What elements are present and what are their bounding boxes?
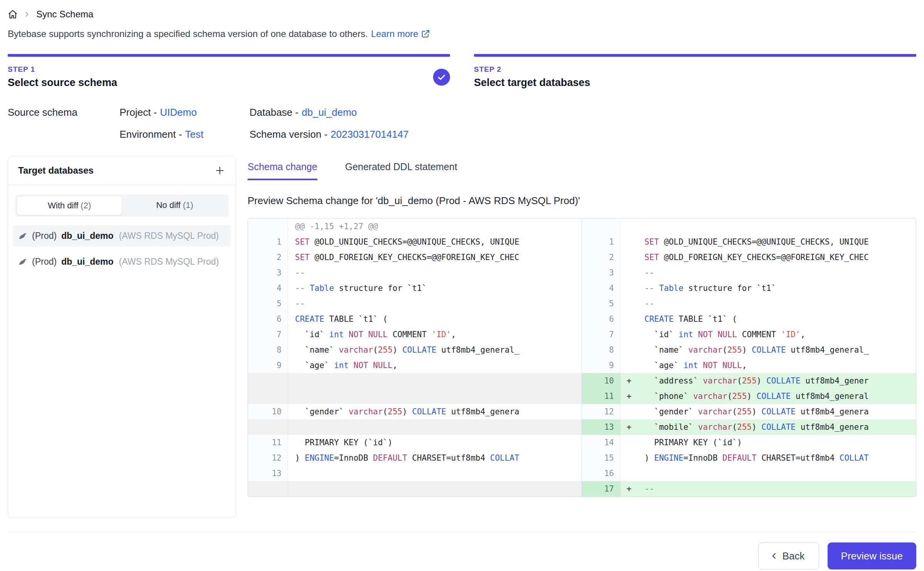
line-number: 2 (248, 250, 288, 265)
chevron-left-icon (769, 551, 779, 561)
tab-no-diff-label: No diff (156, 200, 180, 210)
diff-row: 13+ `mobile` varchar(255) COLLATE utf8mb… (248, 419, 916, 435)
diff-half-r: 2SET @OLD_FOREIGN_KEY_CHECKS=@@FOREIGN_K… (582, 250, 916, 265)
tab-with-diff-label: With diff (48, 201, 78, 210)
stepper: STEP 1 Select source schema STEP 2 Selec… (8, 54, 916, 89)
line-number: 9 (582, 358, 620, 373)
diff-half-l: 10 `gender` varchar(255) COLLATE utf8mb4… (248, 404, 582, 419)
line-number: 16 (582, 466, 620, 481)
diff-filter-tabs: With diff(2) No diff(1) (15, 194, 229, 217)
environment-link[interactable]: Test (185, 128, 204, 140)
step-1-progress-bar (8, 54, 450, 57)
line-number: 17 (582, 481, 620, 497)
diff-add-marker (620, 466, 637, 481)
database-link[interactable]: db_ui_demo (302, 106, 357, 118)
preview-issue-button[interactable]: Preview issue (828, 542, 916, 569)
target-databases-header: Target databases (8, 156, 236, 185)
mysql-engine-icon (18, 231, 28, 241)
diff-half-r: 16 (582, 466, 916, 481)
line-number: 15 (582, 450, 620, 466)
tab-generated-ddl[interactable]: Generated DDL statement (345, 161, 457, 180)
schema-preview-section: Schema change Generated DDL statement Pr… (248, 156, 916, 518)
add-target-database-button[interactable] (214, 165, 226, 176)
code-line (288, 389, 582, 404)
project-link[interactable]: UIDemo (160, 106, 197, 118)
learn-more-label: Learn more (371, 29, 418, 39)
diff-add-marker (620, 234, 637, 250)
diff-row: 1SET @OLD_UNIQUE_CHECKS=@@UNIQUE_CHECKS,… (248, 234, 916, 250)
target-database-item[interactable]: (Prod) db_ui_demo (AWS RDS MySQL Prod) (13, 225, 231, 247)
diff-half-r: 6CREATE TABLE `t1` ( (582, 311, 916, 327)
line-number: 3 (582, 265, 620, 280)
line-number: 7 (248, 327, 288, 342)
target-database-item[interactable]: (Prod) db_ui_demo (AWS RDS MySQL Prod) (13, 251, 231, 272)
environment-label: Environment - (120, 128, 182, 140)
line-number: 11 (248, 435, 288, 450)
code-line: `name` varchar(255) COLLATE utf8mb4_gene… (288, 342, 582, 358)
home-icon[interactable] (8, 9, 18, 19)
diff-half-l: 9 `age` int NOT NULL, (248, 358, 582, 373)
diff-half-r: 7 `id` int NOT NULL COMMENT 'ID', (582, 327, 916, 342)
diff-half-l: 7 `id` int NOT NULL COMMENT 'ID', (248, 327, 582, 342)
line-number: 12 (582, 404, 620, 419)
tab-no-diff-count: (1) (183, 200, 193, 210)
tab-with-diff-count: (2) (81, 201, 91, 210)
diff-half-r: 17+-- (582, 481, 916, 497)
line-number (248, 373, 288, 389)
preview-title: Preview Schema change for 'db_ui_demo (P… (248, 195, 916, 207)
diff-add-marker: + (620, 481, 637, 497)
source-schema-summary: Source schema Project -UIDemo Database -… (8, 106, 916, 140)
external-link-icon (421, 29, 430, 39)
breadcrumb-chevron-icon (23, 10, 31, 18)
diff-add-marker: + (620, 389, 637, 404)
back-button[interactable]: Back (758, 542, 819, 569)
learn-more-link[interactable]: Learn more (371, 29, 430, 39)
diff-add-marker (620, 265, 637, 280)
diff-add-marker (620, 342, 637, 358)
diff-half-r: 4-- Table structure for `t1` (582, 280, 916, 296)
target-databases-panel: Target databases With diff(2) No diff(1)… (8, 156, 236, 518)
tab-with-diff[interactable]: With diff(2) (17, 196, 122, 215)
line-number: 2 (582, 250, 620, 265)
diff-row: 5--5-- (248, 296, 916, 311)
code-line (288, 481, 582, 497)
diff-half-r: 3-- (582, 265, 916, 280)
diff-row: 2SET @OLD_FOREIGN_KEY_CHECKS=@@FOREIGN_K… (248, 250, 916, 265)
step-2-title: Select target databases (474, 77, 590, 89)
diff-row: 8 `name` varchar(255) COLLATE utf8mb4_ge… (248, 342, 916, 358)
step-2: STEP 2 Select target databases (474, 54, 916, 89)
code-line: ) ENGINE=InnoDB DEFAULT CHARSET=utf8mb4 … (637, 450, 916, 466)
code-line: -- Table structure for `t1` (637, 280, 916, 296)
step-2-label: STEP 2 (474, 65, 590, 74)
source-schema-version: Schema version -20230317014147 (250, 128, 916, 140)
sync-schema-page: Sync Schema Bytebase supports synchroniz… (0, 0, 924, 571)
line-number: 4 (248, 280, 288, 296)
diff-half-l: @@ -1,15 +1,27 @@ (248, 219, 582, 234)
diff-row: 10+ `address` varchar(255) COLLATE utf8m… (248, 373, 916, 389)
diff-add-marker (620, 219, 637, 234)
schema-diff-viewer: @@ -1,15 +1,27 @@1SET @OLD_UNIQUE_CHECKS… (248, 218, 916, 497)
diff-row: 11 PRIMARY KEY (`id`)14 PRIMARY KEY (`id… (248, 435, 916, 450)
code-line: PRIMARY KEY (`id`) (637, 435, 916, 450)
diff-row: 1316 (248, 466, 916, 481)
code-line: `gender` varchar(255) COLLATE utf8mb4_ge… (288, 404, 582, 419)
diff-half-l: 1SET @OLD_UNIQUE_CHECKS=@@UNIQUE_CHECKS,… (248, 234, 582, 250)
diff-add-marker (620, 358, 637, 373)
tab-schema-change[interactable]: Schema change (248, 161, 317, 180)
diff-add-marker (620, 296, 637, 311)
diff-half-l: 3-- (248, 265, 582, 280)
diff-half-l: 6CREATE TABLE `t1` ( (248, 311, 582, 327)
diff-half-l (248, 481, 582, 497)
source-schema-label: Source schema (8, 106, 120, 118)
diff-half-l: 5-- (248, 296, 582, 311)
tab-no-diff[interactable]: No diff(1) (122, 196, 227, 215)
code-line: `age` int NOT NULL, (637, 358, 916, 373)
code-line: SET @OLD_UNIQUE_CHECKS=@@UNIQUE_CHECKS, … (288, 234, 582, 250)
schema-version-link[interactable]: 20230317014147 (330, 128, 408, 140)
target-databases-title: Target databases (18, 165, 94, 176)
diff-row: 17+-- (248, 481, 916, 497)
diff-row: @@ -1,15 +1,27 @@ (248, 219, 916, 234)
diff-half-r: 13+ `mobile` varchar(255) COLLATE utf8mb… (582, 419, 916, 435)
diff-add-marker: + (620, 373, 637, 389)
diff-half-r: 10+ `address` varchar(255) COLLATE utf8m… (582, 373, 916, 389)
